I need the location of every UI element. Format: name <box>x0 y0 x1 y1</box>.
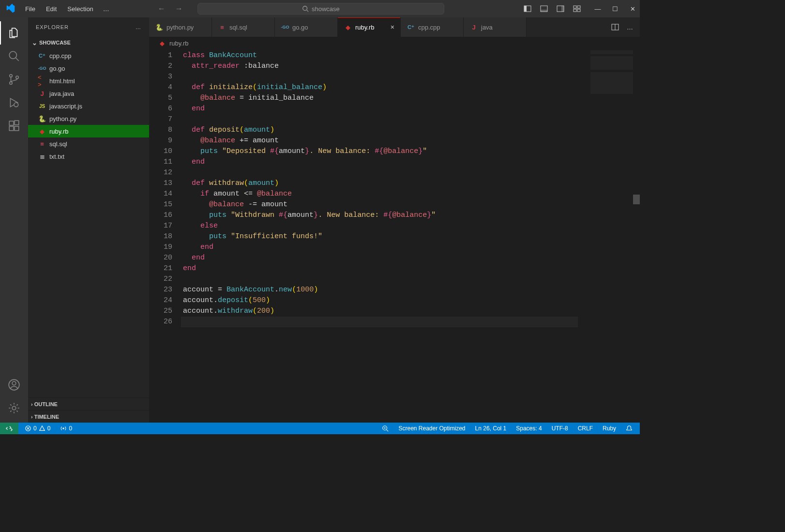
search-icon <box>302 5 309 12</box>
section-timeline[interactable]: ›TIMELINE <box>28 410 149 423</box>
extensions-icon <box>8 120 20 132</box>
cpp-icon: C⁺ <box>38 53 46 59</box>
menu-bar: FileEditSelection <box>20 3 98 15</box>
tab-sql-sql[interactable]: ≡sql.sql <box>212 17 275 37</box>
ruby-icon: ◆ <box>158 40 166 47</box>
activity-accounts[interactable] <box>0 373 28 396</box>
svg-point-0 <box>303 6 307 11</box>
rb-icon: ◆ <box>344 24 352 31</box>
py-icon: 🐍 <box>38 115 46 122</box>
activity-explorer[interactable] <box>0 21 28 45</box>
account-icon <box>8 379 20 391</box>
sidebar-actions[interactable]: … <box>136 24 141 30</box>
nav-forward[interactable]: → <box>175 4 183 13</box>
file-label: cpp.cpp <box>49 52 72 60</box>
folder-header[interactable]: ⌄ SHOWCASE <box>28 37 149 48</box>
svg-rect-8 <box>574 6 576 8</box>
menu-edit[interactable]: Edit <box>41 3 61 15</box>
tab-java[interactable]: Jjava <box>464 17 527 37</box>
statusbar: 0 0 0 Screen Reader Optimized Ln 26, Col… <box>0 423 640 434</box>
activity-source-control[interactable] <box>0 68 28 91</box>
breadcrumb[interactable]: ◆ ruby.rb <box>149 37 640 49</box>
file-item-cpp-cpp[interactable]: C⁺cpp.cpp <box>28 49 149 62</box>
activity-manage[interactable] <box>0 396 28 420</box>
warning-icon <box>39 425 45 432</box>
activity-run-debug[interactable] <box>0 91 28 114</box>
close-icon[interactable]: × <box>391 23 394 31</box>
close-button[interactable]: ✕ <box>629 5 636 13</box>
svg-rect-10 <box>574 9 576 12</box>
file-item-ruby-rb[interactable]: ◆ruby.rb <box>28 125 149 137</box>
chevron-right-icon: › <box>31 401 33 407</box>
svg-line-32 <box>387 430 389 432</box>
svg-rect-5 <box>541 10 547 12</box>
svg-rect-11 <box>577 9 580 12</box>
minimap[interactable] <box>590 50 633 99</box>
minimize-button[interactable]: — <box>594 5 601 13</box>
file-item-java-java[interactable]: Jjava.java <box>28 87 149 100</box>
titlebar: FileEditSelection … ← → showcase — ☐ ✕ <box>0 0 640 17</box>
layout-secondary-icon[interactable] <box>557 5 564 13</box>
svg-rect-3 <box>524 6 527 12</box>
remote-button[interactable] <box>0 423 18 434</box>
tab-overflow[interactable]: … <box>627 24 633 31</box>
layout-panel-icon[interactable] <box>540 5 548 13</box>
status-screen-reader[interactable]: Screen Reader Optimized <box>397 425 467 432</box>
file-item-html-html[interactable]: < >html.html <box>28 75 149 87</box>
tab-label: python.py <box>166 24 194 31</box>
status-ports[interactable]: 0 <box>59 425 74 432</box>
tab-cpp-cpp[interactable]: C⁺cpp.cpp <box>401 17 464 37</box>
line-gutter: 1234567891011121314151617181920212223242… <box>149 49 183 423</box>
menu-selection[interactable]: Selection <box>62 3 98 15</box>
layout-primary-icon[interactable] <box>524 5 531 13</box>
activity-search[interactable] <box>0 45 28 68</box>
tab-go-go[interactable]: -GOgo.go <box>275 17 338 37</box>
sidebar: EXPLORER … ⌄ SHOWCASE C⁺cpp.cpp-GOgo.go<… <box>28 17 149 423</box>
status-problems[interactable]: 0 0 <box>23 425 52 432</box>
file-item-go-go[interactable]: -GOgo.go <box>28 62 149 75</box>
js-icon: JS <box>38 104 46 109</box>
nav-back[interactable]: ← <box>158 4 166 13</box>
status-ln-col[interactable]: Ln 26, Col 1 <box>474 425 508 432</box>
svg-rect-18 <box>9 121 14 125</box>
activity-bar <box>0 17 28 423</box>
file-item-txt-txt[interactable]: ≣txt.txt <box>28 150 149 163</box>
file-label: java.java <box>49 90 74 97</box>
svg-rect-19 <box>9 126 14 131</box>
breadcrumb-file: ruby.rb <box>169 40 189 47</box>
overview-ruler[interactable] <box>633 49 640 423</box>
zoom-icon <box>382 425 389 432</box>
debug-icon <box>8 96 20 109</box>
svg-rect-9 <box>577 6 580 8</box>
maximize-button[interactable]: ☐ <box>612 5 619 13</box>
split-editor-icon[interactable] <box>611 23 619 31</box>
code-content[interactable]: class BankAccount attr_reader :balance d… <box>183 49 640 423</box>
status-spaces[interactable]: Spaces: 4 <box>514 425 543 432</box>
search-placeholder: showcase <box>312 5 340 13</box>
menu-file[interactable]: File <box>20 3 40 15</box>
customize-layout-icon[interactable] <box>573 5 581 13</box>
file-label: txt.txt <box>49 153 64 160</box>
activity-extensions[interactable] <box>0 114 28 137</box>
svg-point-15 <box>10 82 12 84</box>
status-encoding[interactable]: UTF-8 <box>550 425 570 432</box>
editor-body[interactable]: 1234567891011121314151617181920212223242… <box>149 49 640 423</box>
file-item-python-py[interactable]: 🐍python.py <box>28 112 149 125</box>
file-item-javascript-js[interactable]: JSjavascript.js <box>28 100 149 112</box>
tab-python-py[interactable]: 🐍python.py <box>149 17 212 37</box>
status-language[interactable]: Ruby <box>601 425 618 432</box>
command-center[interactable]: showcase <box>197 3 444 15</box>
svg-rect-21 <box>15 121 19 125</box>
tab-ruby-rb[interactable]: ◆ruby.rb× <box>338 17 401 37</box>
remote-icon <box>6 425 13 432</box>
status-notifications[interactable] <box>624 425 634 432</box>
file-item-sql-sql[interactable]: ≡sql.sql <box>28 137 149 150</box>
html-icon: < > <box>38 74 46 88</box>
svg-point-14 <box>10 75 12 77</box>
menu-overflow[interactable]: … <box>98 3 114 15</box>
bell-icon <box>626 425 633 432</box>
status-zoom[interactable] <box>380 425 390 432</box>
section-outline[interactable]: ›OUTLINE <box>28 397 149 410</box>
status-eol[interactable]: CRLF <box>576 425 594 432</box>
sql-icon: ≡ <box>38 140 46 148</box>
